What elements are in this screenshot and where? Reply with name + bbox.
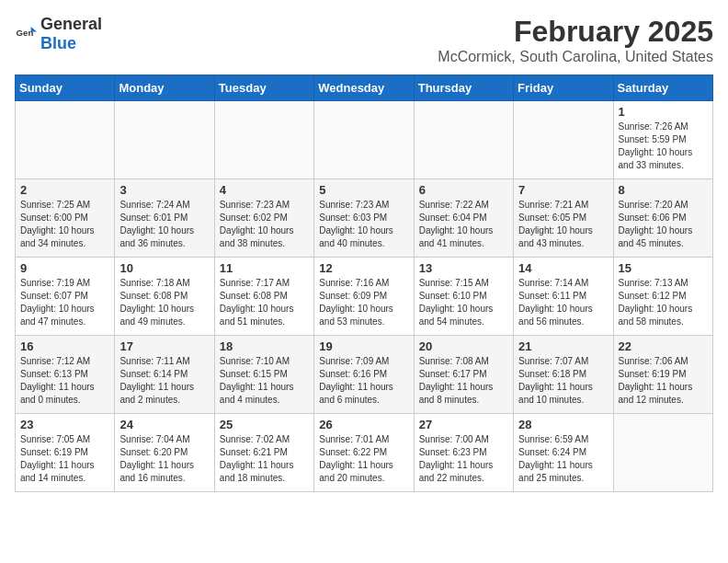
- week-row-2: 2Sunrise: 7:25 AM Sunset: 6:00 PM Daylig…: [16, 179, 713, 258]
- day-number: 15: [619, 261, 708, 275]
- day-info: Sunrise: 7:00 AM Sunset: 6:23 PM Dayligh…: [419, 433, 508, 485]
- weekday-header-sunday: Sunday: [16, 75, 115, 101]
- day-info: Sunrise: 7:22 AM Sunset: 6:04 PM Dayligh…: [419, 199, 508, 250]
- logo: Gen General Blue: [15, 15, 102, 53]
- header: Gen General Blue February 2025 McCormick…: [15, 15, 713, 65]
- logo-general-text: General: [40, 15, 102, 33]
- weekday-header-thursday: Thursday: [414, 75, 513, 101]
- location-title: McCormick, South Carolina, United States: [438, 49, 713, 65]
- day-number: 16: [20, 339, 109, 353]
- weekday-header-wednesday: Wednesday: [314, 75, 414, 101]
- calendar-cell: [214, 101, 313, 179]
- day-info: Sunrise: 7:18 AM Sunset: 6:08 PM Dayligh…: [119, 277, 209, 328]
- calendar-cell: [613, 414, 712, 492]
- logo-icon: Gen: [15, 23, 37, 45]
- day-info: Sunrise: 7:23 AM Sunset: 6:02 PM Dayligh…: [220, 199, 309, 250]
- day-number: 28: [518, 418, 608, 431]
- calendar-cell: 8Sunrise: 7:20 AM Sunset: 6:06 PM Daylig…: [613, 179, 712, 258]
- day-number: 23: [20, 418, 109, 431]
- calendar-cell: 28Sunrise: 6:59 AM Sunset: 6:24 PM Dayli…: [514, 414, 613, 492]
- day-info: Sunrise: 7:23 AM Sunset: 6:03 PM Dayligh…: [319, 199, 408, 250]
- calendar-cell: [16, 101, 115, 179]
- day-info: Sunrise: 7:20 AM Sunset: 6:06 PM Dayligh…: [619, 199, 708, 250]
- day-number: 12: [319, 261, 408, 275]
- calendar-cell: 6Sunrise: 7:22 AM Sunset: 6:04 PM Daylig…: [414, 179, 513, 258]
- day-info: Sunrise: 7:01 AM Sunset: 6:22 PM Dayligh…: [319, 433, 408, 485]
- day-number: 26: [319, 418, 408, 431]
- calendar-cell: 20Sunrise: 7:08 AM Sunset: 6:17 PM Dayli…: [414, 336, 513, 414]
- day-number: 17: [119, 339, 209, 353]
- day-info: Sunrise: 7:04 AM Sunset: 6:20 PM Dayligh…: [119, 433, 209, 485]
- day-info: Sunrise: 7:07 AM Sunset: 6:18 PM Dayligh…: [518, 355, 608, 407]
- day-number: 27: [419, 418, 508, 431]
- day-number: 1: [619, 105, 708, 119]
- day-number: 20: [419, 339, 508, 353]
- weekday-header-friday: Friday: [514, 75, 613, 101]
- calendar-cell: 25Sunrise: 7:02 AM Sunset: 6:21 PM Dayli…: [214, 414, 313, 492]
- day-number: 21: [518, 339, 608, 353]
- day-info: Sunrise: 7:12 AM Sunset: 6:13 PM Dayligh…: [20, 355, 109, 407]
- day-info: Sunrise: 6:59 AM Sunset: 6:24 PM Dayligh…: [518, 433, 608, 485]
- day-info: Sunrise: 7:24 AM Sunset: 6:01 PM Dayligh…: [119, 199, 209, 250]
- weekday-header-monday: Monday: [115, 75, 214, 101]
- day-info: Sunrise: 7:17 AM Sunset: 6:08 PM Dayligh…: [220, 277, 309, 328]
- day-info: Sunrise: 7:13 AM Sunset: 6:12 PM Dayligh…: [619, 277, 708, 328]
- day-number: 22: [619, 339, 708, 353]
- calendar-cell: 16Sunrise: 7:12 AM Sunset: 6:13 PM Dayli…: [16, 336, 115, 414]
- calendar-cell: 12Sunrise: 7:16 AM Sunset: 6:09 PM Dayli…: [314, 258, 414, 336]
- title-area: February 2025 McCormick, South Carolina,…: [438, 15, 713, 65]
- calendar-cell: 9Sunrise: 7:19 AM Sunset: 6:07 PM Daylig…: [16, 258, 115, 336]
- day-info: Sunrise: 7:10 AM Sunset: 6:15 PM Dayligh…: [220, 355, 309, 407]
- calendar-cell: 27Sunrise: 7:00 AM Sunset: 6:23 PM Dayli…: [414, 414, 513, 492]
- calendar: SundayMondayTuesdayWednesdayThursdayFrid…: [15, 75, 713, 492]
- day-info: Sunrise: 7:19 AM Sunset: 6:07 PM Dayligh…: [20, 277, 109, 328]
- calendar-cell: 21Sunrise: 7:07 AM Sunset: 6:18 PM Dayli…: [514, 336, 613, 414]
- calendar-cell: 22Sunrise: 7:06 AM Sunset: 6:19 PM Dayli…: [613, 336, 712, 414]
- calendar-cell: 11Sunrise: 7:17 AM Sunset: 6:08 PM Dayli…: [214, 258, 313, 336]
- day-number: 6: [419, 183, 508, 197]
- day-info: Sunrise: 7:15 AM Sunset: 6:10 PM Dayligh…: [419, 277, 508, 328]
- day-number: 9: [20, 261, 109, 275]
- calendar-cell: 15Sunrise: 7:13 AM Sunset: 6:12 PM Dayli…: [613, 258, 712, 336]
- day-info: Sunrise: 7:21 AM Sunset: 6:05 PM Dayligh…: [518, 199, 608, 250]
- day-number: 7: [518, 183, 608, 197]
- weekday-header-tuesday: Tuesday: [214, 75, 313, 101]
- day-number: 25: [220, 418, 309, 431]
- week-row-1: 1Sunrise: 7:26 AM Sunset: 5:59 PM Daylig…: [16, 101, 713, 179]
- day-number: 19: [319, 339, 408, 353]
- day-info: Sunrise: 7:16 AM Sunset: 6:09 PM Dayligh…: [319, 277, 408, 328]
- calendar-cell: 4Sunrise: 7:23 AM Sunset: 6:02 PM Daylig…: [214, 179, 313, 258]
- calendar-cell: 5Sunrise: 7:23 AM Sunset: 6:03 PM Daylig…: [314, 179, 414, 258]
- week-row-5: 23Sunrise: 7:05 AM Sunset: 6:19 PM Dayli…: [16, 414, 713, 492]
- day-number: 14: [518, 261, 608, 275]
- day-info: Sunrise: 7:14 AM Sunset: 6:11 PM Dayligh…: [518, 277, 608, 328]
- calendar-cell: 17Sunrise: 7:11 AM Sunset: 6:14 PM Dayli…: [115, 336, 214, 414]
- logo-blue-text: Blue: [40, 34, 76, 52]
- day-number: 18: [220, 339, 309, 353]
- calendar-cell: [314, 101, 414, 179]
- calendar-cell: 2Sunrise: 7:25 AM Sunset: 6:00 PM Daylig…: [16, 179, 115, 258]
- day-number: 5: [319, 183, 408, 197]
- day-number: 11: [220, 261, 309, 275]
- calendar-cell: [414, 101, 513, 179]
- calendar-cell: 3Sunrise: 7:24 AM Sunset: 6:01 PM Daylig…: [115, 179, 214, 258]
- day-info: Sunrise: 7:05 AM Sunset: 6:19 PM Dayligh…: [20, 433, 109, 485]
- svg-text:Gen: Gen: [17, 28, 34, 38]
- weekday-header-row: SundayMondayTuesdayWednesdayThursdayFrid…: [16, 75, 713, 101]
- calendar-cell: 1Sunrise: 7:26 AM Sunset: 5:59 PM Daylig…: [613, 101, 712, 179]
- calendar-cell: 24Sunrise: 7:04 AM Sunset: 6:20 PM Dayli…: [115, 414, 214, 492]
- calendar-cell: 13Sunrise: 7:15 AM Sunset: 6:10 PM Dayli…: [414, 258, 513, 336]
- day-info: Sunrise: 7:09 AM Sunset: 6:16 PM Dayligh…: [319, 355, 408, 407]
- day-number: 3: [119, 183, 209, 197]
- day-info: Sunrise: 7:08 AM Sunset: 6:17 PM Dayligh…: [419, 355, 508, 407]
- calendar-cell: 10Sunrise: 7:18 AM Sunset: 6:08 PM Dayli…: [115, 258, 214, 336]
- calendar-cell: 23Sunrise: 7:05 AM Sunset: 6:19 PM Dayli…: [16, 414, 115, 492]
- day-info: Sunrise: 7:06 AM Sunset: 6:19 PM Dayligh…: [619, 355, 708, 407]
- calendar-cell: 18Sunrise: 7:10 AM Sunset: 6:15 PM Dayli…: [214, 336, 313, 414]
- day-info: Sunrise: 7:11 AM Sunset: 6:14 PM Dayligh…: [119, 355, 209, 407]
- day-info: Sunrise: 7:02 AM Sunset: 6:21 PM Dayligh…: [220, 433, 309, 485]
- week-row-3: 9Sunrise: 7:19 AM Sunset: 6:07 PM Daylig…: [16, 258, 713, 336]
- day-number: 10: [119, 261, 209, 275]
- calendar-cell: 19Sunrise: 7:09 AM Sunset: 6:16 PM Dayli…: [314, 336, 414, 414]
- calendar-cell: [514, 101, 613, 179]
